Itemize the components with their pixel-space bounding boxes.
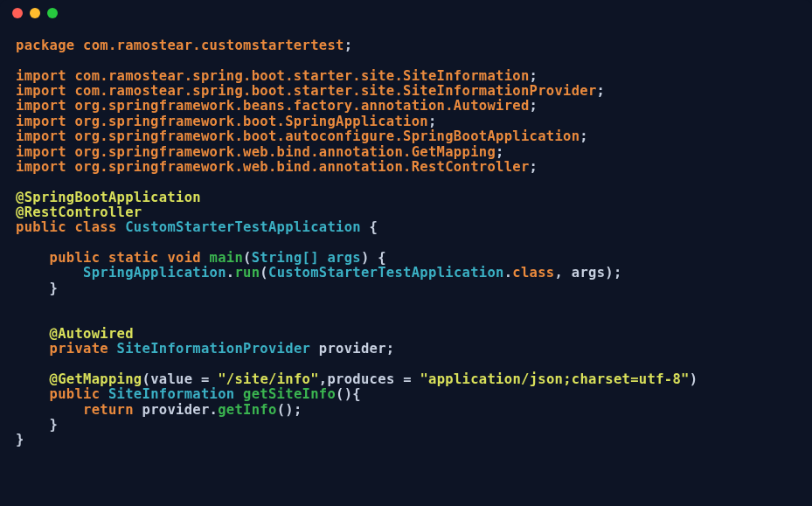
close-icon[interactable] [12, 8, 23, 18]
param-type: String[] args [252, 250, 361, 266]
class-modifier: public class [16, 219, 117, 235]
field-modifier: private [50, 341, 108, 357]
import-path: org.springframework.boot.autoconfigure.S… [74, 128, 580, 144]
keyword-import: import [16, 68, 66, 84]
ann-key: value [150, 371, 192, 387]
annotation: @SpringBootApplication [16, 190, 201, 205]
package-path: com.ramostear.customstartertest [83, 38, 344, 53]
annotation: @Autowired [50, 326, 134, 342]
window-titlebar [0, 0, 812, 26]
method-name: getSiteInfo [243, 386, 336, 402]
method-modifier: public static void [50, 250, 201, 266]
keyword-import: import [16, 144, 66, 160]
var-ref: provider [142, 402, 210, 418]
method-call: run [234, 265, 260, 281]
keyword-return: return [83, 402, 134, 418]
ann-value: "application/json;charset=utf-8" [420, 371, 689, 387]
class-arg: CustomStarterTestApplication [268, 265, 504, 281]
import-path: org.springframework.web.bind.annotation.… [74, 159, 529, 175]
annotation: @RestController [16, 204, 142, 220]
ann-key: produces [327, 371, 394, 387]
code-content: package com.ramostear.customstartertest;… [0, 26, 812, 461]
minimize-icon[interactable] [30, 8, 40, 18]
ann-value: "/site/info" [218, 371, 319, 387]
field-name: provider [319, 341, 386, 357]
maximize-icon[interactable] [47, 8, 58, 18]
keyword-import: import [16, 98, 66, 114]
class-name: CustomStarterTestApplication [125, 219, 361, 235]
return-type: SiteInformation [108, 386, 234, 402]
method-modifier: public [50, 386, 101, 402]
keyword-import: import [16, 159, 66, 175]
import-path: com.ramostear.spring.boot.starter.site.S… [74, 83, 596, 99]
keyword-import: import [16, 114, 66, 129]
keyword-import: import [16, 83, 66, 99]
var-arg: args [572, 265, 606, 281]
import-path: com.ramostear.spring.boot.starter.site.S… [74, 68, 529, 84]
method-name: main [210, 250, 244, 266]
annotation: @GetMapping [50, 371, 142, 387]
import-path: org.springframework.web.bind.annotation.… [74, 144, 496, 160]
import-path: org.springframework.boot.SpringApplicati… [74, 114, 428, 129]
keyword-import: import [16, 128, 66, 144]
method-call: getInfo [218, 402, 276, 418]
class-ref: SpringApplication [83, 265, 226, 281]
keyword-package: package [16, 38, 74, 53]
field-type: SiteInformationProvider [117, 341, 311, 357]
import-path: org.springframework.beans.factory.annota… [74, 98, 529, 114]
code-editor-window: package com.ramostear.customstartertest;… [0, 0, 812, 506]
